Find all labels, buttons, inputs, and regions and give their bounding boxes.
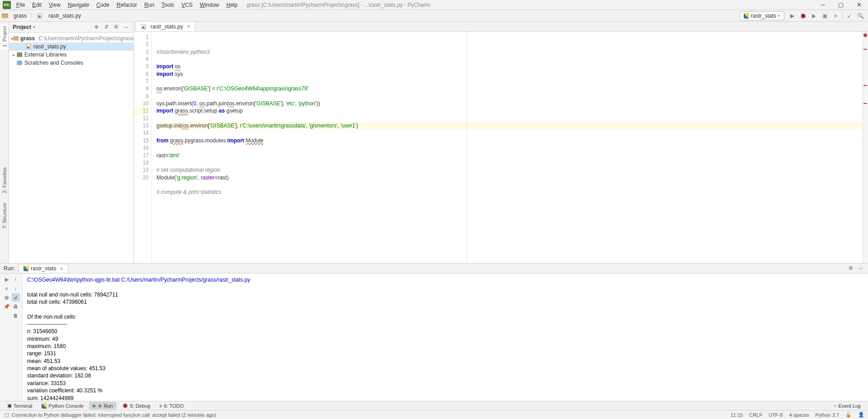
scroll-down-button[interactable]: ↓ — [12, 284, 20, 292]
tree-file-item[interactable]: rastr_stats.py — [9, 42, 133, 51]
run-tab[interactable]: rastr_stats ✕ — [19, 264, 68, 273]
layout-button[interactable]: ⊞ — [3, 293, 11, 301]
editor-tab[interactable]: rastr_stats.py ✕ — [136, 22, 195, 31]
pin-button[interactable]: 📌 — [3, 302, 11, 311]
print-button[interactable]: 🖶 — [12, 302, 20, 311]
tree-root-item[interactable]: ▾ grassC:\Users\martin\PycharmProjects\g… — [9, 34, 133, 42]
breadcrumb-item[interactable]: grass — [12, 12, 28, 20]
settings-icon[interactable]: ⚙ — [113, 24, 120, 31]
cursor-position[interactable]: 11:15 — [731, 412, 743, 418]
event-log-button[interactable]: ○ Event Log — [830, 402, 864, 410]
breadcrumb-item[interactable]: rastr_stats.py — [47, 12, 83, 20]
code-line[interactable]: # compute & print statistics — [156, 188, 863, 196]
editor-body[interactable]: 1234567891011121314151617181920 #!/usr/b… — [134, 32, 868, 263]
maximize-button[interactable]: ▢ — [832, 0, 850, 10]
select-opened-file-icon[interactable]: ⊕ — [93, 24, 100, 31]
tree-scratches-item[interactable]: Scratches and Consoles — [9, 59, 133, 67]
debug-button[interactable]: 🐞 — [799, 12, 807, 20]
project-panel-title[interactable]: Project — [13, 24, 31, 30]
close-tab-icon[interactable]: ✕ — [60, 266, 63, 271]
stop-button[interactable]: ■ — [3, 284, 11, 292]
code-line[interactable] — [156, 93, 863, 100]
chevron-down-icon[interactable]: ▾ — [33, 25, 35, 29]
code-line[interactable]: os.environ['GISBASE'] = r'C:\OSGeo4W64\a… — [156, 85, 863, 92]
hector-icon[interactable]: 👤 — [858, 412, 864, 418]
menu-navigate[interactable]: Navigate — [65, 1, 92, 9]
expand-arrow-icon[interactable]: ▸ — [11, 52, 16, 57]
code-line[interactable] — [156, 129, 863, 137]
code-line[interactable] — [156, 115, 863, 122]
tree-root-path: C:\Users\martin\PycharmProjects\grass — [38, 35, 133, 42]
run-button[interactable]: ▶ — [788, 12, 796, 20]
python-console-tool-button[interactable]: Python Console — [38, 402, 88, 410]
menu-edit[interactable]: Edit — [29, 1, 44, 9]
minimize-button[interactable]: ─ — [814, 0, 832, 10]
code-line[interactable]: Module('g.region', raster=rast) — [156, 174, 863, 181]
code-line[interactable]: from grass.pygrass.modules import Module — [156, 137, 863, 144]
error-indicator-icon[interactable] — [863, 33, 867, 37]
menu-window[interactable]: Window — [197, 1, 222, 9]
menu-file[interactable]: File — [14, 1, 28, 9]
debug-tool-button[interactable]: 🐞 5: Debug — [118, 402, 154, 410]
code-line[interactable] — [156, 181, 863, 188]
menu-help[interactable]: Help — [224, 1, 241, 9]
menu-run[interactable]: Run — [142, 1, 157, 9]
line-number-gutter[interactable]: 1234567891011121314151617181920 — [134, 32, 152, 263]
left-tool-window-bar: 1: Project 2: Favorites 7: Structure — [0, 22, 9, 263]
hide-panel-icon[interactable]: ─ — [123, 24, 130, 31]
python-interpreter[interactable]: Python 3.7 — [815, 412, 839, 418]
run-config-selector[interactable]: rastr_stats ▾ — [740, 11, 784, 20]
hide-panel-icon[interactable]: ─ — [857, 265, 864, 272]
tree-external-libraries[interactable]: ▸ External Libraries — [9, 51, 133, 59]
console-output[interactable]: C:\OSGeo4W64\bin\python-qgis-ltr.bat C:/… — [23, 273, 868, 401]
code-line[interactable] — [156, 159, 863, 166]
line-separator[interactable]: CRLF — [749, 412, 762, 418]
code-line[interactable] — [156, 56, 863, 63]
rerun-button[interactable]: ▶ — [3, 275, 11, 283]
code-line[interactable]: sys.path.insert(0, os.path.join(os.envir… — [156, 100, 863, 107]
error-mark[interactable] — [863, 49, 867, 50]
update-button[interactable]: ↙ — [845, 12, 854, 20]
code-line[interactable]: gsetup.init(os.environ['GISBASE'], r'C:\… — [156, 122, 863, 129]
code-line[interactable]: #!/usr/bin/env python3 — [156, 48, 863, 56]
menu-view[interactable]: View — [46, 1, 63, 9]
menu-refactor[interactable]: Refactor — [114, 1, 140, 9]
structure-tool-tab[interactable]: 7: Structure — [1, 200, 8, 231]
run-tool-button[interactable]: ▶ 4: Run — [89, 402, 116, 410]
run-with-coverage-button[interactable]: ▶ — [810, 12, 818, 20]
code-editor[interactable]: #!/usr/bin/env python3 import osimport s… — [152, 32, 863, 263]
error-mark[interactable] — [863, 103, 867, 104]
expand-all-icon[interactable]: ⇵ — [103, 24, 110, 31]
todo-tool-button[interactable]: ≡ 6: TODO — [156, 402, 187, 410]
scroll-up-button[interactable]: ↑ — [12, 275, 20, 283]
soft-wrap-button[interactable]: ↲ — [12, 293, 20, 301]
run-toolbar: ▶ 🐞 ▶ ▣ ■ ↙ 🔍 — [788, 12, 864, 20]
code-line[interactable]: # set computational region — [156, 166, 863, 174]
close-tab-icon[interactable]: ✕ — [187, 24, 190, 29]
favorites-tool-tab[interactable]: 2: Favorites — [1, 165, 8, 196]
lock-icon[interactable]: 🔓 — [845, 412, 852, 418]
project-tree[interactable]: ▾ grassC:\Users\martin\PycharmProjects\g… — [9, 33, 133, 263]
code-line[interactable] — [156, 78, 863, 85]
close-window-button[interactable]: ✕ — [850, 0, 868, 10]
clear-button[interactable]: 🗑 — [12, 311, 20, 320]
project-tool-tab[interactable]: 1: Project — [1, 24, 8, 50]
code-line[interactable]: import os — [156, 63, 863, 70]
file-encoding[interactable]: UTF-8 — [769, 412, 783, 418]
tool-windows-toggle-icon[interactable]: ▢ — [4, 412, 10, 418]
menu-code[interactable]: Code — [94, 1, 112, 9]
settings-icon[interactable]: ⚙ — [847, 265, 854, 272]
code-line[interactable]: rast='dmt' — [156, 152, 863, 159]
code-line[interactable]: import grass.script.setup as gsetup — [156, 107, 863, 114]
error-stripe[interactable] — [863, 32, 868, 263]
stop-button[interactable]: ■ — [831, 12, 840, 20]
menu-tools[interactable]: Tools — [159, 1, 177, 9]
code-line[interactable]: import sys — [156, 71, 863, 78]
error-mark[interactable] — [863, 85, 867, 86]
indent-setting[interactable]: 4 spaces — [789, 412, 809, 418]
attach-button[interactable]: ▣ — [821, 12, 829, 20]
code-line[interactable] — [156, 144, 863, 151]
search-everywhere-button[interactable]: 🔍 — [856, 12, 864, 20]
terminal-tool-button[interactable]: ▣ Terminal — [4, 402, 36, 410]
menu-vcs[interactable]: VCS — [179, 1, 195, 9]
